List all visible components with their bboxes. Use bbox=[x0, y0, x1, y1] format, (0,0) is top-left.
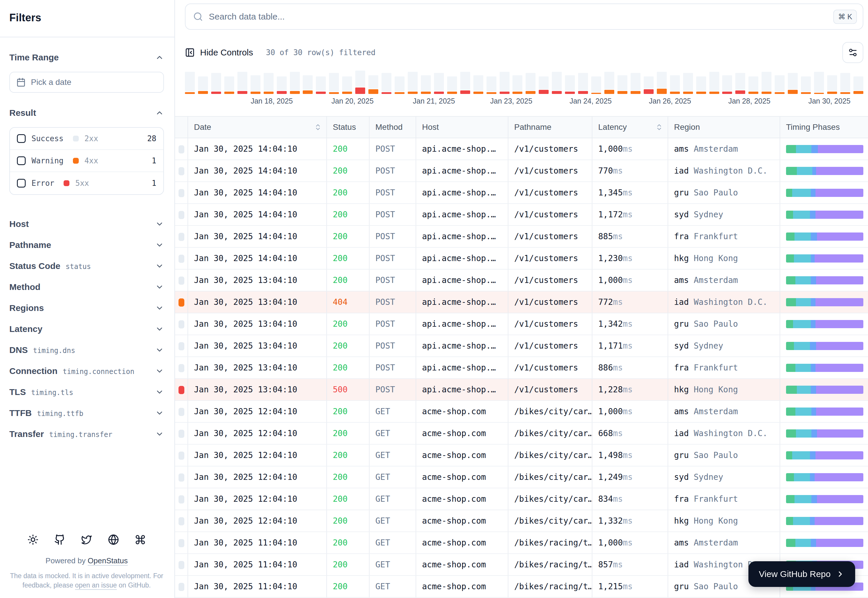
date-picker-input[interactable]: Pick a date bbox=[9, 72, 164, 93]
timeline-bar[interactable] bbox=[303, 75, 313, 94]
table-row[interactable]: Jan 30, 2025 13:04:10200POSTapi.acme-sho… bbox=[175, 269, 868, 291]
row-status-indicator[interactable] bbox=[175, 532, 188, 554]
timeline-bar[interactable] bbox=[840, 73, 850, 94]
table-row[interactable]: Jan 30, 2025 14:04:10200POSTapi.acme-sho… bbox=[175, 182, 868, 203]
timeline-bar[interactable] bbox=[368, 75, 378, 94]
timeline-bar[interactable] bbox=[709, 72, 719, 94]
timeline-bar[interactable] bbox=[434, 73, 444, 94]
table-row[interactable]: Jan 30, 2025 14:04:10200POSTapi.acme-sho… bbox=[175, 247, 868, 269]
table-row[interactable]: Jan 30, 2025 14:04:10200POSTapi.acme-sho… bbox=[175, 160, 868, 182]
timeline-bar[interactable] bbox=[578, 73, 588, 94]
timeline-bar[interactable] bbox=[683, 73, 693, 94]
command-icon[interactable] bbox=[135, 534, 146, 545]
row-status-indicator[interactable] bbox=[175, 247, 188, 269]
sidebar-item-tls[interactable]: TLStiming.tls bbox=[9, 386, 164, 398]
timeline-bar[interactable] bbox=[342, 76, 352, 94]
row-status-indicator[interactable] bbox=[175, 335, 188, 357]
timeline-bar[interactable] bbox=[775, 75, 784, 94]
checkbox[interactable] bbox=[17, 179, 26, 188]
open-issue-link[interactable]: open an issue bbox=[75, 582, 117, 589]
table-row[interactable]: Jan 30, 2025 13:04:10200POSTapi.acme-sho… bbox=[175, 313, 868, 335]
row-status-indicator[interactable] bbox=[175, 401, 188, 422]
table-row[interactable]: Jan 30, 2025 12:04:10200GETacme-shop.com… bbox=[175, 444, 868, 466]
github-icon[interactable] bbox=[54, 534, 65, 545]
timeline-bar[interactable] bbox=[460, 72, 470, 94]
timeline-bar[interactable] bbox=[447, 76, 457, 94]
column-header-latency[interactable]: Latency bbox=[592, 117, 668, 138]
sort-icon[interactable] bbox=[314, 123, 322, 131]
timeline-bar[interactable] bbox=[748, 76, 758, 94]
table-row[interactable]: Jan 30, 2025 12:04:10200GETacme-shop.com… bbox=[175, 510, 868, 532]
table-row[interactable]: Jan 30, 2025 13:04:10200POSTapi.acme-sho… bbox=[175, 335, 868, 357]
timeline-bar[interactable] bbox=[552, 72, 562, 94]
timeline-bar[interactable] bbox=[487, 76, 496, 94]
timeline-bar[interactable] bbox=[853, 76, 864, 94]
sidebar-item-ttfb[interactable]: TTFBtiming.ttfb bbox=[9, 407, 164, 419]
row-status-indicator[interactable] bbox=[175, 160, 188, 182]
timeline-bar[interactable] bbox=[211, 73, 221, 94]
timeline-bar[interactable] bbox=[474, 75, 483, 94]
table-row[interactable]: Jan 30, 2025 11:04:10200GETacme-shop.com… bbox=[175, 532, 868, 554]
row-status-indicator[interactable] bbox=[175, 182, 188, 203]
sidebar-item-method[interactable]: Method bbox=[9, 281, 164, 293]
table-row[interactable]: Jan 30, 2025 14:04:10200POSTapi.acme-sho… bbox=[175, 226, 868, 247]
row-status-indicator[interactable] bbox=[175, 576, 188, 597]
row-status-indicator[interactable] bbox=[175, 226, 188, 247]
timeline-bar[interactable] bbox=[355, 70, 365, 94]
timeline-bar[interactable] bbox=[251, 75, 260, 94]
filter-group-result[interactable]: Result bbox=[9, 108, 164, 118]
openstatus-link[interactable]: OpenStatus bbox=[88, 556, 128, 565]
timeline-bar[interactable] bbox=[539, 76, 548, 94]
timeline-bar[interactable] bbox=[500, 72, 509, 94]
sidebar-item-transfer[interactable]: Transfertiming.transfer bbox=[9, 428, 164, 440]
row-status-indicator[interactable] bbox=[175, 138, 188, 160]
row-status-indicator[interactable] bbox=[175, 554, 188, 576]
row-status-indicator[interactable] bbox=[175, 269, 188, 291]
sidebar-item-status-code[interactable]: Status Codestatus bbox=[9, 260, 164, 272]
timeline-bar[interactable] bbox=[512, 75, 522, 94]
timeline-bar[interactable] bbox=[198, 76, 208, 94]
timeline-bar[interactable] bbox=[762, 72, 771, 94]
timeline-bar[interactable] bbox=[827, 75, 837, 94]
timeline-bar[interactable] bbox=[526, 73, 535, 94]
row-status-indicator[interactable] bbox=[175, 203, 188, 226]
table-row[interactable]: Jan 30, 2025 12:04:10200GETacme-shop.com… bbox=[175, 422, 868, 444]
filter-group-time-range[interactable]: Time Range bbox=[9, 52, 164, 63]
row-status-indicator[interactable] bbox=[175, 466, 188, 488]
hide-controls-button[interactable]: Hide Controls bbox=[185, 48, 253, 57]
row-status-indicator[interactable] bbox=[175, 379, 188, 401]
timeline-bar[interactable] bbox=[722, 75, 732, 94]
timeline-bar[interactable] bbox=[696, 76, 706, 94]
timeline-bar[interactable] bbox=[185, 72, 195, 94]
timeline-bar[interactable] bbox=[657, 72, 667, 94]
sidebar-item-dns[interactable]: DNStiming.dns bbox=[9, 344, 164, 356]
checkbox[interactable] bbox=[17, 156, 26, 165]
timeline-bar[interactable] bbox=[394, 76, 405, 94]
timeline-bar[interactable] bbox=[238, 72, 247, 94]
timeline-bar[interactable] bbox=[630, 73, 641, 94]
timeline-bar[interactable] bbox=[421, 75, 431, 94]
table-row[interactable]: Jan 30, 2025 14:04:10200POSTapi.acme-sho… bbox=[175, 203, 868, 226]
result-option-error[interactable]: Error5xx1 bbox=[10, 172, 163, 194]
checkbox[interactable] bbox=[17, 134, 26, 143]
row-status-indicator[interactable] bbox=[175, 357, 188, 379]
timeline-bar[interactable] bbox=[801, 76, 811, 94]
row-status-indicator[interactable] bbox=[175, 444, 188, 466]
row-status-indicator[interactable] bbox=[175, 291, 188, 313]
timeline-bar[interactable] bbox=[316, 76, 326, 94]
timeline-bar[interactable] bbox=[224, 76, 234, 94]
timeline-bar[interactable] bbox=[264, 73, 273, 94]
timeline-bar[interactable] bbox=[591, 76, 601, 94]
timeline-bar[interactable] bbox=[814, 72, 824, 94]
sort-icon[interactable] bbox=[655, 123, 663, 131]
search-input[interactable] bbox=[209, 12, 828, 22]
timeline-bar[interactable] bbox=[670, 75, 680, 94]
sidebar-item-host[interactable]: Host bbox=[9, 218, 164, 230]
row-status-indicator[interactable] bbox=[175, 422, 188, 444]
timeline-bar[interactable] bbox=[617, 75, 627, 94]
globe-icon[interactable] bbox=[108, 534, 119, 545]
timeline-bar[interactable] bbox=[408, 72, 418, 94]
table-row[interactable]: Jan 30, 2025 14:04:10200POSTapi.acme-sho… bbox=[175, 138, 868, 160]
twitter-icon[interactable] bbox=[81, 534, 92, 545]
sidebar-item-pathname[interactable]: Pathname bbox=[9, 239, 164, 251]
